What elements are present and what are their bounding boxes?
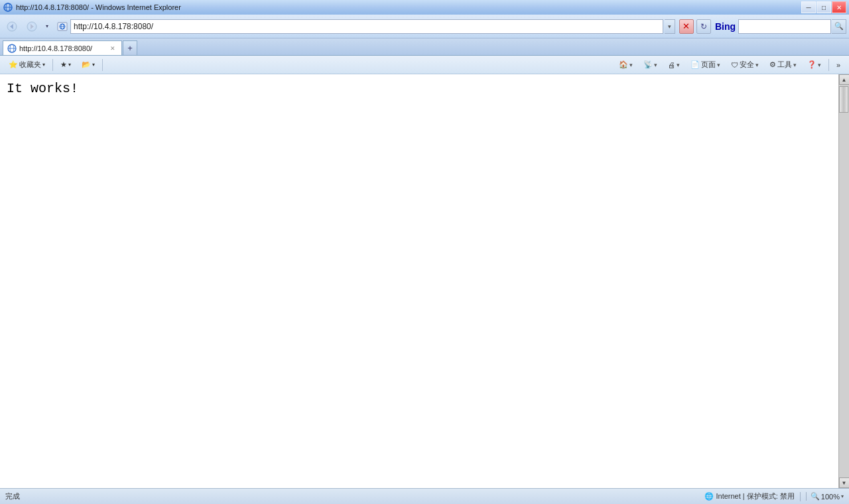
add-favorites-button[interactable]: ★ ▾: [56, 58, 76, 72]
zone-icon: 🌐: [704, 492, 714, 501]
maximize-button[interactable]: □: [816, 1, 831, 13]
tab-bar: http://10.4.8.178:8080/ ✕ +: [0, 38, 849, 56]
command-bar: ⭐ 收藏夹 ▾ ★ ▾ 📂 ▾ 🏠 ▾ 📡 ▾ 🖨 ▾ 📄 页面 ▾ 🛡: [0, 56, 849, 74]
scroll-thumb[interactable]: [839, 86, 848, 113]
home-button[interactable]: 🏠 ▾: [614, 58, 637, 72]
close-button[interactable]: ✕: [832, 1, 846, 13]
rss-arrow: ▾: [654, 62, 657, 68]
tools-arrow: ▾: [793, 62, 797, 68]
tools-icon: ⚙: [769, 60, 776, 69]
rss-icon: 📡: [643, 60, 653, 69]
page-text: It works!: [7, 80, 832, 98]
vertical-scrollbar[interactable]: ▲ ▼: [838, 74, 849, 488]
star-icon: ⭐: [9, 60, 18, 69]
favorites-center-button[interactable]: 📂 ▾: [77, 58, 99, 72]
add-fav-icon: ★: [60, 60, 67, 69]
print-arrow: ▾: [677, 62, 680, 68]
favorites-button[interactable]: ⭐ 收藏夹 ▾: [4, 58, 50, 72]
browser-outer: It works! ▲ ▼: [0, 74, 849, 488]
new-tab-button[interactable]: +: [123, 40, 137, 55]
fav-center-arrow: ▾: [92, 62, 95, 68]
forward-button[interactable]: [23, 17, 41, 36]
tab-close-button[interactable]: ✕: [108, 44, 117, 53]
chevrons-icon: »: [836, 61, 840, 69]
title-bar: http://10.4.8.178:8080/ - Windows Intern…: [0, 0, 849, 15]
bing-search-button[interactable]: 🔍: [832, 19, 846, 34]
zoom-text: 100%: [821, 493, 840, 501]
status-text: 完成: [5, 491, 699, 501]
safety-icon: 🛡: [731, 61, 738, 69]
status-bar: 完成 🌐 Internet | 保护模式: 禁用 🔍 100% ▾: [0, 488, 849, 504]
address-bar-icon: [56, 20, 69, 33]
zoom-arrow[interactable]: ▾: [841, 493, 844, 499]
bing-search-input[interactable]: [738, 19, 831, 34]
fav-center-icon: 📂: [82, 60, 91, 69]
scroll-up-button[interactable]: ▲: [839, 74, 850, 85]
home-arrow: ▾: [629, 62, 633, 68]
safety-label: 安全: [740, 60, 754, 70]
safety-button[interactable]: 🛡 安全 ▾: [726, 58, 763, 72]
minimize-button[interactable]: ─: [801, 1, 816, 13]
page-arrow: ▾: [717, 62, 720, 68]
bing-logo: Bing: [715, 21, 736, 32]
zone-text: Internet | 保护模式: 禁用: [716, 491, 794, 501]
page-button[interactable]: 📄 页面 ▾: [686, 58, 725, 72]
help-arrow: ▾: [818, 62, 821, 68]
stop-button[interactable]: ✕: [679, 19, 694, 34]
browser-tab[interactable]: http://10.4.8.178:8080/ ✕: [3, 40, 122, 55]
zoom-control[interactable]: 🔍 100% ▾: [806, 492, 844, 501]
chevrons-button[interactable]: »: [832, 58, 845, 72]
title-bar-left: http://10.4.8.178:8080/ - Windows Intern…: [3, 2, 181, 13]
tab-favicon: [7, 44, 17, 53]
tab-label: http://10.4.8.178:8080/: [19, 44, 105, 52]
print-icon: 🖨: [668, 61, 675, 69]
page-label: 页面: [701, 60, 716, 70]
browser-icon: [3, 2, 13, 13]
add-fav-arrow: ▾: [68, 62, 71, 68]
rss-button[interactable]: 📡 ▾: [639, 58, 662, 72]
zoom-icon: 🔍: [811, 492, 820, 501]
home-icon: 🏠: [619, 60, 628, 69]
address-bar: ▾: [56, 19, 675, 34]
content-area: It works!: [0, 74, 838, 488]
cmd-separator-3: [828, 59, 829, 71]
status-divider-1: [800, 492, 801, 501]
page-icon: 📄: [690, 60, 700, 69]
favorites-label: 收藏夹: [19, 60, 41, 70]
scroll-down-button[interactable]: ▼: [839, 477, 850, 488]
status-right: 🌐 Internet | 保护模式: 禁用 🔍 100% ▾: [704, 491, 844, 501]
tools-button[interactable]: ⚙ 工具 ▾: [765, 58, 801, 72]
safety-arrow: ▾: [755, 62, 759, 68]
refresh-button[interactable]: ↻: [696, 19, 711, 34]
cmd-bar-right: 🏠 ▾ 📡 ▾ 🖨 ▾ 📄 页面 ▾ 🛡 安全 ▾ ⚙ 工具 ▾ ❓ ▾: [614, 58, 845, 72]
cmd-separator-1: [52, 59, 53, 71]
navigation-bar: ▾ ▾ ✕ ↻ Bing 🔍: [0, 15, 849, 38]
window-title: http://10.4.8.178:8080/ - Windows Intern…: [16, 3, 181, 11]
dropdown-button[interactable]: ▾: [42, 17, 52, 36]
scroll-track[interactable]: [839, 85, 849, 477]
cmd-separator-2: [102, 59, 103, 71]
favorites-dropdown-arrow: ▾: [42, 62, 45, 68]
help-button[interactable]: ❓ ▾: [803, 58, 826, 72]
window-controls: ─ □ ✕: [801, 1, 846, 13]
tools-label: 工具: [777, 60, 792, 70]
zone-info: 🌐 Internet | 保护模式: 禁用: [704, 491, 794, 501]
address-input[interactable]: [70, 19, 663, 34]
search-box: Bing 🔍: [715, 19, 846, 34]
print-button[interactable]: 🖨 ▾: [663, 58, 685, 72]
address-dropdown[interactable]: ▾: [665, 19, 675, 34]
back-button[interactable]: [3, 17, 21, 36]
help-icon: ❓: [807, 60, 816, 69]
